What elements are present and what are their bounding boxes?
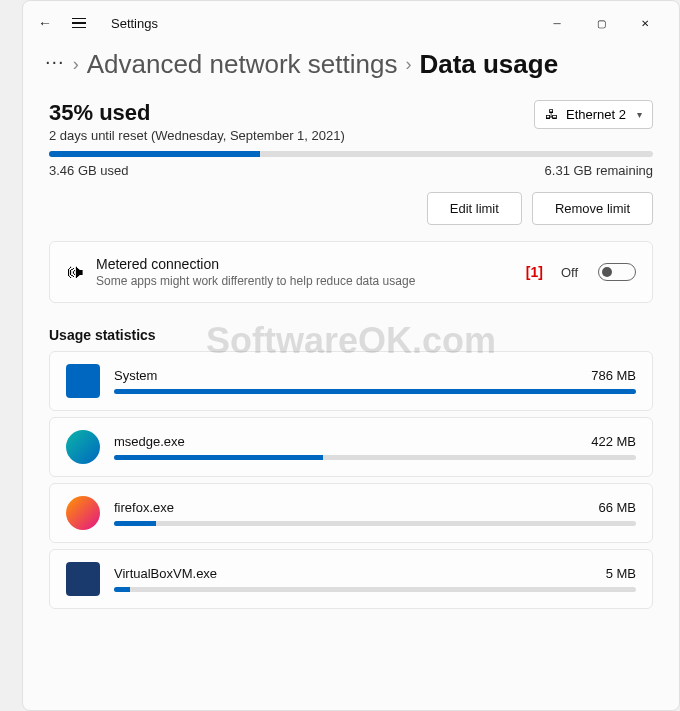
stat-item[interactable]: firefox.exe66 MB xyxy=(49,483,653,543)
metered-toggle[interactable] xyxy=(598,263,636,281)
stat-fill xyxy=(114,521,156,526)
toggle-state-label: Off xyxy=(561,265,578,280)
stat-fill xyxy=(114,389,636,394)
stat-bar xyxy=(114,587,636,592)
stat-app-name: VirtualBoxVM.exe xyxy=(114,566,217,581)
stat-item[interactable]: msedge.exe422 MB xyxy=(49,417,653,477)
gauge-icon: 🕪 xyxy=(66,262,84,283)
stat-app-size: 66 MB xyxy=(598,500,636,515)
app-icon xyxy=(66,562,100,596)
close-icon: ✕ xyxy=(641,18,649,29)
chevron-right-icon: › xyxy=(405,54,411,75)
metered-subtitle: Some apps might work differently to help… xyxy=(96,274,508,288)
breadcrumb-current: Data usage xyxy=(419,49,558,80)
close-button[interactable]: ✕ xyxy=(623,9,667,37)
app-icon xyxy=(66,430,100,464)
maximize-button[interactable]: ▢ xyxy=(579,9,623,37)
stat-fill xyxy=(114,455,323,460)
remove-limit-button[interactable]: Remove limit xyxy=(532,192,653,225)
breadcrumb: ··· › Advanced network settings › Data u… xyxy=(23,45,679,90)
minimize-icon: ─ xyxy=(553,18,560,29)
stat-item[interactable]: System786 MB xyxy=(49,351,653,411)
menu-button[interactable] xyxy=(69,13,89,33)
stat-bar xyxy=(114,389,636,394)
settings-window: ← Settings ─ ▢ ✕ ··· › Advanced network … xyxy=(22,0,680,711)
app-icon xyxy=(66,496,100,530)
stat-app-size: 786 MB xyxy=(591,368,636,383)
breadcrumb-parent[interactable]: Advanced network settings xyxy=(87,49,398,80)
edit-limit-button[interactable]: Edit limit xyxy=(427,192,522,225)
metered-connection-card: 🕪 Metered connection Some apps might wor… xyxy=(49,241,653,303)
usage-percent-title: 35% used xyxy=(49,100,534,126)
ethernet-icon: 🖧 xyxy=(545,107,558,122)
chevron-right-icon: › xyxy=(73,54,79,75)
stat-fill xyxy=(114,587,130,592)
usage-reset-text: 2 days until reset (Wednesday, September… xyxy=(49,128,534,143)
toggle-knob xyxy=(602,267,612,277)
back-arrow-icon: ← xyxy=(38,15,52,31)
adapter-name: Ethernet 2 xyxy=(566,107,626,122)
stat-app-name: firefox.exe xyxy=(114,500,174,515)
stat-item[interactable]: VirtualBoxVM.exe5 MB xyxy=(49,549,653,609)
stat-bar xyxy=(114,455,636,460)
usage-progress-bar xyxy=(49,151,653,157)
minimize-button[interactable]: ─ xyxy=(535,9,579,37)
usage-stats-title: Usage statistics xyxy=(49,327,653,343)
stat-app-size: 422 MB xyxy=(591,434,636,449)
metered-title: Metered connection xyxy=(96,256,508,272)
titlebar: ← Settings ─ ▢ ✕ xyxy=(23,1,679,45)
hamburger-icon xyxy=(72,18,86,29)
stat-bar xyxy=(114,521,636,526)
breadcrumb-ellipsis[interactable]: ··· xyxy=(45,51,65,71)
app-title: Settings xyxy=(111,16,158,31)
usage-used-label: 3.46 GB used xyxy=(49,163,129,178)
chevron-down-icon: ▾ xyxy=(637,109,642,120)
stat-app-name: System xyxy=(114,368,157,383)
annotation-marker: [1] xyxy=(526,264,543,280)
usage-remaining-label: 6.31 GB remaining xyxy=(545,163,653,178)
maximize-icon: ▢ xyxy=(597,18,606,29)
stat-app-name: msedge.exe xyxy=(114,434,185,449)
stat-app-size: 5 MB xyxy=(606,566,636,581)
app-icon xyxy=(66,364,100,398)
back-button[interactable]: ← xyxy=(35,13,55,33)
usage-progress-fill xyxy=(49,151,260,157)
adapter-dropdown[interactable]: 🖧 Ethernet 2 ▾ xyxy=(534,100,653,129)
